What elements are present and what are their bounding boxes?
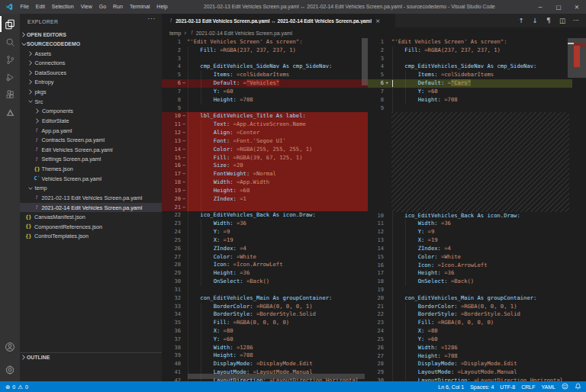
left-code-line[interactable]: 38 Width: =1286 — [162, 344, 368, 352]
tree-file-canvasmanifest-json[interactable]: {}CanvasManifest.json — [20, 212, 162, 222]
left-code-line[interactable]: 25 X: =19 — [162, 236, 368, 245]
menu-go[interactable]: Go — [95, 0, 109, 14]
left-code-line[interactable]: 22 ico_EditVehicles_Back As icon.Draw: — [162, 211, 368, 220]
right-scrollbar-rail[interactable] — [568, 38, 586, 381]
tree-folder-editorstate[interactable]: EditorState — [20, 116, 162, 126]
search-icon[interactable] — [0, 33, 20, 51]
left-code-line[interactable]: 15− Fill: =RGBA(39, 67, 125, 1) — [162, 154, 368, 162]
diff-tab[interactable]: ! 2021-02-13 Edit Vehicles Screen.pa.yam… — [162, 14, 395, 27]
right-code-line[interactable]: 1"'Edit Vehicles Screen' As screen": — [368, 38, 572, 47]
settings-gear-icon[interactable] — [0, 361, 20, 379]
right-code-line[interactable]: 20 con_EditVehicles_Main As groupContain… — [368, 294, 572, 303]
right-code-line[interactable]: 9 — [368, 104, 572, 113]
right-code-line[interactable]: 26 Width: =1286 — [368, 344, 572, 352]
tree-folder-connections[interactable]: Connections — [20, 58, 162, 68]
right-code-line[interactable]: 7 Y: =60 — [368, 88, 572, 96]
menu-file[interactable]: File — [17, 0, 32, 14]
right-code-line[interactable]: 19 — [368, 286, 572, 294]
root-folder-section[interactable]: SOURCECODEDEMO — [20, 39, 162, 49]
extensions-icon[interactable] — [0, 85, 20, 104]
breadcrumb-folder[interactable]: temp — [169, 31, 181, 36]
left-code-line[interactable]: 26 ZIndex: =4 — [162, 245, 368, 253]
tree-file-edit-vehicles-screen-pa-yaml[interactable]: !Edit Vehicles Screen.pa.yaml — [20, 145, 162, 155]
left-code-line[interactable]: 19− Height: =60 — [162, 187, 368, 195]
left-code-line[interactable]: 31 — [162, 286, 368, 294]
notifications-bell-icon[interactable] — [575, 383, 581, 390]
left-code-line[interactable]: 8 Height: =708 — [162, 96, 368, 104]
tree-file-2021-02-13-edit-vehicles-screen-pa-yaml[interactable]: !2021-02-13 Edit Vehicles Screen.pa.yaml — [20, 193, 162, 203]
left-code-line[interactable]: 35 Fill: =RGBA(0, 0, 0, 0) — [162, 319, 368, 327]
menu-selection[interactable]: Selection — [48, 0, 77, 14]
menu-terminal[interactable]: Terminal — [126, 0, 153, 14]
feedback-smiley-icon[interactable] — [562, 383, 568, 390]
tab-close-icon[interactable]: × — [375, 18, 380, 24]
previous-change-icon[interactable]: ↑ — [514, 17, 528, 24]
left-code-line[interactable]: 12− Align: =Center — [162, 129, 368, 137]
right-code-line[interactable]: 12 Y: =9 — [368, 228, 572, 236]
menu-help[interactable]: Help — [153, 0, 171, 14]
power-platform-icon[interactable] — [0, 103, 20, 121]
render-whitespace-icon[interactable]: ¶ — [542, 17, 555, 24]
diff-modified-pane[interactable]: 1"'Edit Vehicles Screen' As screen":2 Fi… — [368, 38, 586, 381]
accounts-icon[interactable] — [0, 338, 20, 356]
source-control-icon[interactable] — [0, 50, 20, 69]
right-code-line[interactable]: 17 Height: =36 — [368, 269, 572, 278]
tree-file-2021-02-14-edit-vehicles-screen-pa-yaml[interactable]: !2021-02-14 Edit Vehicles Screen.pa.yaml — [20, 203, 162, 213]
maximize-button[interactable]: □ — [549, 0, 568, 14]
menu-view[interactable]: View — [77, 0, 95, 14]
left-code-line[interactable]: 7 Y: =60 — [162, 88, 368, 96]
diff-original-pane[interactable]: 1"'Edit Vehicles Screen' As screen":2 Fi… — [162, 38, 368, 381]
left-code-line[interactable]: 34 BorderStyle: =BorderStyle.Solid — [162, 310, 368, 319]
left-code-line[interactable]: 32 con_EditVehicles_Main As groupContain… — [162, 294, 368, 303]
tree-file-controltemplates-json[interactable]: {}ControlTemplates.json — [20, 232, 162, 242]
tree-file-contracts-screen-pa-yaml[interactable]: !Contracts Screen.pa.yaml — [20, 135, 162, 145]
right-code-line[interactable]: 21 BorderColor: =RGBA(0, 0, 0, 1) — [368, 303, 572, 311]
left-code-line[interactable]: 33 BorderColor: =RGBA(0, 0, 0, 1) — [162, 303, 368, 311]
left-code-line[interactable]: 36 X: =80 — [162, 327, 368, 336]
left-code-line[interactable]: 29 Height: =36 — [162, 269, 368, 278]
right-code-line[interactable]: 29 LayoutMode: =LayoutMode.Manual — [368, 368, 572, 377]
right-code-line[interactable]: 16 Icon: =Icon.ArrowLeft — [368, 262, 572, 270]
right-code-line[interactable]: 23 Fill: =RGBA(0, 0, 0, 0) — [368, 319, 572, 327]
problems-status[interactable]: ⊗ 0 ⚠ 0 — [5, 384, 28, 390]
tree-folder-temp[interactable]: temp — [20, 183, 162, 193]
right-code-line[interactable]: 6+ Default: ="Cars" — [368, 79, 572, 88]
right-code-line[interactable]: 24 X: =80 — [368, 327, 572, 336]
left-code-line[interactable]: 18− Width: =App.Width — [162, 178, 368, 187]
tree-folder-datasources[interactable]: DataSources — [20, 68, 162, 78]
left-code-line[interactable]: 23 Width: =36 — [162, 220, 368, 228]
left-code-line[interactable]: 4 cmp_EditVehicles_SideNav As cmp_SideNa… — [162, 63, 368, 71]
left-code-line[interactable]: 30 OnSelect: =Back() — [162, 278, 368, 286]
tree-folder-pkgs[interactable]: pkgs — [20, 87, 162, 97]
left-code-line[interactable]: 5 Items: =colSidebarItems — [162, 71, 368, 79]
left-code-line[interactable]: 40 DisplayMode: =DisplayMode.Edit — [162, 360, 368, 368]
right-code-line[interactable]: 2 Fill: =RGBA(237, 237, 237, 1) — [368, 47, 572, 55]
right-code-line[interactable]: 3 — [368, 55, 572, 63]
close-button[interactable]: ✕ — [568, 0, 586, 14]
tree-file-themes-json[interactable]: {}Themes.json — [20, 164, 162, 174]
right-code-line[interactable]: 13 X: =19 — [368, 236, 572, 245]
encoding[interactable]: UTF-8 — [500, 384, 515, 390]
left-code-line[interactable]: 13− Font: =Font.'Segoe UI' — [162, 137, 368, 146]
right-code-line[interactable]: 28 DisplayMode: =DisplayMode.Edit — [368, 360, 572, 368]
left-code-line[interactable]: 10− lbl_EditVehicles_Title As label: — [162, 112, 368, 120]
right-code-line[interactable]: 11 Width: =36 — [368, 220, 572, 228]
more-actions-icon[interactable]: ··· — [569, 17, 583, 24]
left-code-line[interactable]: 24 Y: =9 — [162, 228, 368, 236]
right-code-line[interactable]: 10 ico_EditVehicles_Back As icon.Draw: — [368, 212, 572, 220]
outline-section[interactable]: OUTLINE — [20, 352, 162, 362]
left-code-line[interactable]: 2 Fill: =RGBA(237, 237, 237, 1) — [162, 47, 368, 55]
tree-folder-assets[interactable]: Assets — [20, 49, 162, 59]
right-code-line[interactable]: 8 Height: =708 — [368, 96, 572, 104]
menu-edit[interactable]: Edit — [32, 0, 48, 14]
right-code-line[interactable]: 18 OnSelect: =Back() — [368, 278, 572, 286]
left-vertical-scrollbar[interactable] — [362, 38, 368, 85]
right-code-line[interactable]: 5 Items: =colSidebarItems — [368, 71, 572, 79]
left-code-line[interactable]: 20− ZIndex: =1 — [162, 195, 368, 204]
right-code-line[interactable]: 25 Y: =60 — [368, 336, 572, 344]
left-code-line[interactable]: 16− Size: =20 — [162, 162, 368, 170]
right-code-line[interactable]: 27 Height: =708 — [368, 352, 572, 361]
split-editor-icon[interactable]: ◫ — [555, 17, 569, 24]
language-mode[interactable]: YAML — [541, 384, 555, 390]
tree-folder-src[interactable]: Src — [20, 97, 162, 107]
